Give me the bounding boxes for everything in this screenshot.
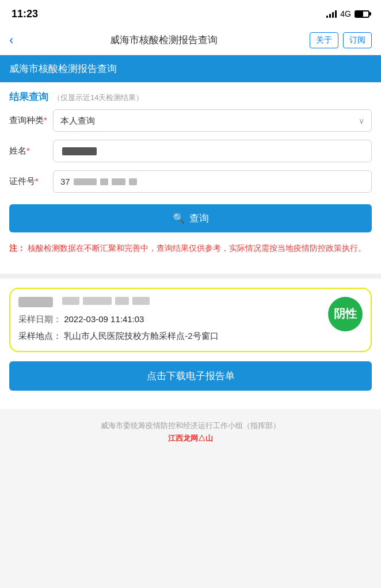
nav-bar: ‹ 威海市核酸检测报告查询 关于 订阅 <box>0 25 381 55</box>
notice-label: 注： <box>9 243 25 253</box>
id-blur-2 <box>83 297 112 305</box>
download-button[interactable]: 点击下载电子报告单 <box>9 361 372 391</box>
nav-buttons: 关于 订阅 <box>310 32 372 48</box>
query-form: 查询种类* 本人查询 他人查询 ∨ 姓名* 证件号* <box>0 109 381 193</box>
sample-location-row: 采样地点： 乳山市人民医院技校方舱采样点-2号窗口 <box>18 329 363 343</box>
footer: 威海市委统筹疫情防控和经济运行工作小组（指挥部） 江西龙网△山 <box>0 409 381 461</box>
status-label: 阴性 <box>334 306 357 322</box>
header-banner-text: 威海市核酸检测报告查询 <box>9 63 117 74</box>
result-id-blur-area <box>62 297 363 305</box>
id-blur-4 <box>132 297 150 305</box>
footer-text: 威海市委统筹疫情防控和经济运行工作小组（指挥部） <box>9 421 372 431</box>
notice-content: 核酸检测数据在不断汇聚和完善中，查询结果仅供参考，实际情况需按当地疫情防控政策执… <box>28 243 366 253</box>
section-divider <box>0 274 381 278</box>
battery-icon <box>355 10 369 18</box>
status-time: 11:23 <box>12 8 38 20</box>
sample-date-value: 2022-03-09 11:41:03 <box>64 314 144 324</box>
id-blur-3 <box>115 297 129 305</box>
sample-location-value: 乳山市人民医院技校方舱采样点-2号窗口 <box>64 331 218 341</box>
result-name-blur <box>18 297 53 307</box>
sample-location-label: 采样地点： <box>18 331 62 341</box>
result-card-header <box>18 297 363 307</box>
search-icon: 🔍 <box>173 212 185 224</box>
subscribe-button[interactable]: 订阅 <box>343 32 372 48</box>
main-content: 结果查询 （仅显示近14天检测结果） 查询种类* 本人查询 他人查询 ∨ 姓名* <box>0 82 381 274</box>
query-type-select-wrapper[interactable]: 本人查询 他人查询 ∨ <box>53 109 372 132</box>
status-bar: 11:23 4G <box>0 0 381 25</box>
name-label: 姓名* <box>9 146 53 156</box>
footer-logo-text: 江西龙网△山 <box>168 433 213 444</box>
id-label: 证件号* <box>9 176 53 187</box>
search-button-label: 查询 <box>189 212 209 225</box>
about-button[interactable]: 关于 <box>310 32 338 48</box>
query-type-label: 查询种类* <box>9 115 53 126</box>
query-type-row: 查询种类* 本人查询 他人查询 ∨ <box>9 109 372 132</box>
result-section: 采样日期： 2022-03-09 11:41:03 采样地点： 乳山市人民医院技… <box>0 278 381 410</box>
query-type-select[interactable]: 本人查询 他人查询 <box>54 110 371 131</box>
notice-text: 注： 核酸检测数据在不断汇聚和完善中，查询结果仅供参考，实际情况需按当地疫情防控… <box>9 242 372 255</box>
sample-date-row: 采样日期： 2022-03-09 11:41:03 <box>18 313 363 326</box>
result-card: 采样日期： 2022-03-09 11:41:03 采样地点： 乳山市人民医院技… <box>9 288 372 353</box>
id-blur-1 <box>62 297 79 305</box>
section-title-sub: （仅显示近14天检测结果） <box>53 93 143 103</box>
footer-logo: 江西龙网△山 <box>168 433 213 444</box>
nav-title: 威海市核酸检测报告查询 <box>18 33 310 47</box>
name-input[interactable] <box>53 140 372 162</box>
search-btn-wrapper: 🔍 查询 <box>0 201 381 242</box>
back-button[interactable]: ‹ <box>9 30 18 50</box>
header-banner: 威海市核酸检测报告查询 <box>0 55 381 82</box>
section-title-main: 结果查询 <box>9 90 48 104</box>
id-row: 证件号* 37 <box>9 170 372 193</box>
search-button[interactable]: 🔍 查询 <box>9 204 372 232</box>
section-title-area: 结果查询 （仅显示近14天检测结果） <box>0 82 381 109</box>
signal-icon <box>326 10 337 18</box>
sample-date-label: 采样日期： <box>18 314 62 324</box>
network-label: 4G <box>340 9 351 18</box>
id-prefix: 37 <box>60 177 70 186</box>
result-name-area <box>18 297 53 307</box>
notice-area: 注： 核酸检测数据在不断汇聚和完善中，查询结果仅供参考，实际情况需按当地疫情防控… <box>0 242 381 265</box>
name-row: 姓名* <box>9 140 372 162</box>
download-btn-wrapper: 点击下载电子报告单 <box>9 361 372 400</box>
status-icons: 4G <box>326 9 369 18</box>
result-status-badge: 阴性 <box>328 297 363 331</box>
